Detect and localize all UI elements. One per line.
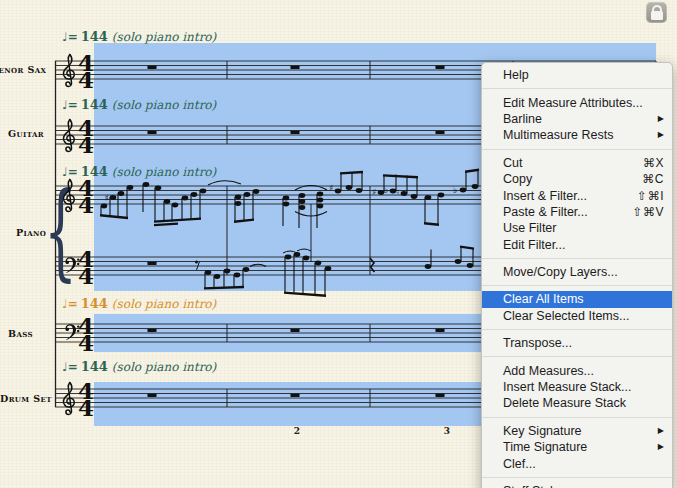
svg-text:♩=144(solo piano intro): ♩=144(solo piano intro) (62, 97, 218, 112)
lock-button[interactable] (646, 2, 667, 23)
menu-item-label: Add Measures... (503, 364, 594, 378)
menu-item-label: Cut (503, 156, 522, 170)
menu-item-insert-filter[interactable]: Insert & Filter...⇧⌘I (482, 187, 672, 203)
menu-separator (482, 258, 672, 259)
svg-text:♭: ♭ (453, 185, 457, 195)
submenu-arrow-icon: ▶ (658, 115, 664, 123)
piano-brace: { (44, 171, 77, 291)
menu-item-shortcut: ⌘X (643, 156, 664, 170)
measure-numbers: 2 3 (294, 426, 450, 436)
menu-item-label: Clef... (503, 457, 536, 471)
menu-separator (482, 477, 672, 478)
menu-item-label: Edit Filter... (503, 238, 566, 252)
menu-item-label: Move/Copy Layers... (503, 265, 618, 279)
menu-item-transpose[interactable]: Transpose... (482, 335, 672, 351)
context-menu: HelpEdit Measure Attributes...Barline▶Mu… (481, 62, 673, 488)
menu-item-label: Barline (503, 112, 542, 126)
menu-item-add-measures[interactable]: Add Measures... (482, 362, 672, 378)
menu-item-label: Time Signature (503, 440, 587, 454)
label-drum-set: Drum Set (0, 393, 52, 404)
menu-item-key-signature[interactable]: Key Signature▶ (482, 423, 672, 439)
menu-item-label: Multimeasure Rests (503, 128, 613, 142)
menu-item-label: Clear All Items (503, 292, 584, 306)
svg-text:♯: ♯ (329, 183, 333, 193)
svg-text:4: 4 (78, 191, 94, 218)
label-piano: Piano (16, 227, 46, 238)
menu-item-label: Paste & Filter... (503, 205, 588, 219)
menu-item-shortcut: ⇧⌘V (632, 205, 664, 219)
menu-separator (482, 417, 672, 418)
menu-item-clear-selected-items[interactable]: Clear Selected Items... (482, 308, 672, 324)
menu-item-label: Transpose... (503, 336, 572, 350)
menu-item-label: Insert & Filter... (503, 189, 587, 203)
svg-text:♯: ♯ (372, 187, 376, 197)
menu-item-clef[interactable]: Clef... (482, 455, 672, 471)
menu-item-shortcut: ⇧⌘I (637, 189, 664, 203)
svg-text:4: 4 (78, 66, 94, 93)
submenu-arrow-icon: ▶ (658, 443, 664, 451)
menu-item-clear-all-items[interactable]: Clear All Items (482, 291, 672, 307)
svg-text:2: 2 (294, 426, 300, 436)
finale-document-window: { "score": { "tempo": { "prefix": "♩=", … (0, 0, 677, 488)
svg-text:♩=144(solo piano intro): ♩=144(solo piano intro) (62, 359, 218, 374)
menu-item-label: Key Signature (503, 424, 582, 438)
menu-item-label: Edit Measure Attributes... (503, 96, 643, 110)
svg-text:♩=144(solo piano intro): ♩=144(solo piano intro) (62, 29, 218, 44)
instrument-labels: Tenor Sax Guitar Piano Bass Drum Set (0, 64, 52, 405)
menu-item-barline[interactable]: Barline▶ (482, 111, 672, 127)
menu-item-label: Use Filter (503, 221, 556, 235)
menu-item-label: Help (503, 68, 529, 82)
menu-item-label: Copy (503, 172, 532, 186)
menu-item-delete-measure-stack[interactable]: Delete Measure Stack (482, 395, 672, 411)
svg-text:4: 4 (78, 131, 94, 158)
svg-text:♯: ♯ (105, 193, 109, 203)
menu-item-time-signature[interactable]: Time Signature▶ (482, 439, 672, 455)
svg-text:4: 4 (78, 329, 94, 356)
menu-separator (482, 285, 672, 286)
menu-item-copy[interactable]: Copy⌘C (482, 171, 672, 187)
submenu-arrow-icon: ▶ (658, 427, 664, 435)
submenu-arrow-icon: ▶ (658, 131, 664, 139)
menu-item-label: Clear Selected Items... (503, 309, 629, 323)
menu-item-cut[interactable]: Cut⌘X (482, 155, 672, 171)
menu-item-edit-measure-attributes[interactable]: Edit Measure Attributes... (482, 94, 672, 110)
menu-item-staff-styles[interactable]: Staff Styles▶ (482, 483, 672, 488)
label-bass: Bass (8, 328, 33, 339)
menu-separator (482, 88, 672, 89)
menu-item-help[interactable]: Help (482, 67, 672, 83)
menu-item-shortcut: ⌘C (642, 172, 664, 186)
menu-item-label: Insert Measure Stack... (503, 380, 632, 394)
svg-text:♩=144(solo piano intro): ♩=144(solo piano intro) (62, 296, 218, 311)
menu-item-use-filter[interactable]: Use Filter (482, 220, 672, 236)
svg-text:3: 3 (444, 426, 450, 436)
svg-text:4: 4 (78, 394, 94, 421)
menu-item-label: Delete Measure Stack (503, 396, 626, 410)
menu-item-paste-filter[interactable]: Paste & Filter...⇧⌘V (482, 204, 672, 220)
label-tenor-sax: Tenor Sax (0, 64, 47, 75)
menu-item-insert-measure-stack[interactable]: Insert Measure Stack... (482, 379, 672, 395)
menu-item-label: Staff Styles (503, 484, 566, 488)
svg-text:♭: ♭ (384, 185, 388, 195)
menu-item-move-copy-layers[interactable]: Move/Copy Layers... (482, 264, 672, 280)
menu-separator (482, 149, 672, 150)
svg-text:4: 4 (78, 262, 94, 289)
label-guitar: Guitar (8, 128, 44, 139)
menu-separator (482, 356, 672, 357)
menu-separator (482, 329, 672, 330)
svg-text:♩=144(solo piano intro): ♩=144(solo piano intro) (62, 164, 218, 179)
menu-item-edit-filter[interactable]: Edit Filter... (482, 237, 672, 253)
menu-item-multimeasure-rests[interactable]: Multimeasure Rests▶ (482, 127, 672, 143)
